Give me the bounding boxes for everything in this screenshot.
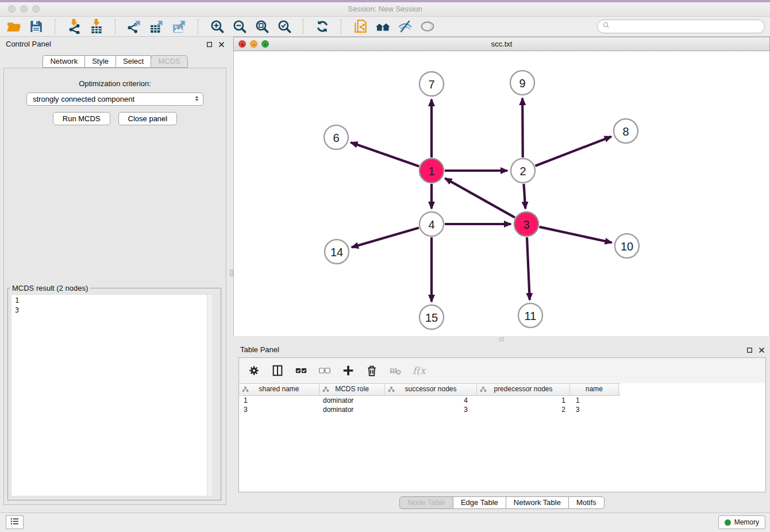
zoom-fit-icon[interactable]: [254, 19, 270, 34]
select-all-icon[interactable]: [294, 364, 308, 377]
network-maximize-button[interactable]: [261, 40, 269, 48]
network-canvas[interactable]: 7968124314101511: [233, 51, 770, 336]
network-table-divider[interactable]: [233, 336, 770, 342]
columns-icon[interactable]: [271, 364, 284, 377]
graph-edge-2-8[interactable]: [536, 137, 611, 166]
column-header-predecessor-nodes[interactable]: predecessor nodes: [477, 384, 570, 395]
graph-node-4[interactable]: 4: [419, 212, 444, 236]
deselect-all-icon[interactable]: [318, 364, 332, 377]
save-icon[interactable]: [28, 19, 44, 34]
double-home-icon[interactable]: [375, 19, 390, 34]
zoom-window-button[interactable]: [32, 5, 40, 13]
close-panel-button[interactable]: Close panel: [118, 112, 178, 125]
memory-label: Memory: [734, 518, 759, 526]
graph-node-6[interactable]: 6: [324, 125, 348, 149]
close-table-panel-icon[interactable]: [758, 346, 765, 353]
toolbar-separator: [341, 19, 341, 34]
svg-text:f(x): f(x): [413, 365, 426, 376]
zoom-selected-icon[interactable]: [276, 19, 292, 34]
graph-edge-3-1[interactable]: [445, 178, 515, 217]
float-table-panel-icon[interactable]: [746, 346, 753, 353]
svg-text:7: 7: [428, 78, 434, 91]
graph-node-15[interactable]: 15: [419, 305, 444, 329]
eye-icon[interactable]: [419, 19, 435, 34]
eye-slash-icon[interactable]: [397, 19, 413, 34]
graph-node-10[interactable]: 10: [615, 234, 639, 258]
graph-node-11[interactable]: 11: [518, 303, 542, 327]
table-row[interactable]: 1dominator411: [239, 396, 765, 405]
import-table-icon[interactable]: [88, 19, 104, 34]
graph-edge-2-9[interactable]: [522, 98, 523, 157]
table-header-row: shared nameMCDS rolesuccessor nodesprede…: [239, 383, 620, 396]
memory-button[interactable]: Memory: [718, 515, 765, 529]
tab-edge-table[interactable]: Edge Table: [453, 496, 506, 509]
graph-node-8[interactable]: 8: [614, 119, 638, 143]
svg-text:2: 2: [519, 165, 526, 178]
import-network-icon[interactable]: [66, 19, 82, 34]
table-row[interactable]: 3dominator323: [239, 405, 765, 414]
gear-icon[interactable]: [247, 364, 261, 377]
run-mcds-button[interactable]: Run MCDS: [53, 112, 110, 125]
graph-node-9[interactable]: 9: [510, 71, 534, 95]
table-tabs: Node TableEdge TableNetwork TableMotifs: [233, 496, 770, 509]
table-toolbar: f(x): [239, 358, 765, 383]
graph-edge-2-3[interactable]: [524, 184, 526, 209]
toolbar-separator: [115, 19, 116, 34]
close-panel-icon[interactable]: [218, 40, 225, 48]
svg-text:15: 15: [425, 311, 438, 324]
task-history-button[interactable]: [6, 515, 24, 529]
network-minimize-button[interactable]: [250, 40, 257, 48]
graph-edge-4-14[interactable]: [352, 228, 419, 247]
status-bar: Memory: [0, 512, 770, 532]
tab-network-table[interactable]: Network Table: [506, 496, 569, 509]
network-window-titlebar[interactable]: scc.txt: [233, 37, 770, 51]
tab-style[interactable]: Style: [84, 55, 116, 68]
column-header-name[interactable]: name: [570, 384, 619, 395]
open-folder-icon[interactable]: [6, 19, 21, 34]
export-image-icon[interactable]: [171, 19, 187, 34]
column-header-shared-name[interactable]: shared name: [239, 384, 319, 395]
export-network-icon[interactable]: [126, 19, 142, 34]
graph-edge-3-11[interactable]: [527, 237, 530, 300]
close-window-button[interactable]: [8, 5, 16, 13]
graph-node-14[interactable]: 14: [325, 240, 349, 264]
graph-node-7[interactable]: 7: [419, 72, 444, 96]
tab-mcds[interactable]: MCDS: [151, 55, 187, 68]
graph-node-2[interactable]: 2: [511, 159, 535, 183]
graph-edge-1-6[interactable]: [351, 142, 419, 167]
svg-text:11: 11: [525, 310, 537, 322]
new-network-doc-icon[interactable]: [352, 19, 368, 34]
delete-row-icon[interactable]: [365, 364, 379, 377]
cell-name: 3: [570, 405, 619, 414]
mcds-result-box[interactable]: 1 3: [11, 294, 213, 496]
minimize-window-button[interactable]: [20, 5, 28, 13]
control-panel-title: Control Panel: [6, 40, 51, 48]
network-close-button[interactable]: [238, 40, 246, 48]
export-table-icon[interactable]: [149, 19, 164, 34]
graph-node-1[interactable]: 1: [419, 159, 444, 183]
search-input[interactable]: [613, 22, 760, 32]
refresh-icon[interactable]: [314, 19, 330, 34]
column-header-successor-nodes[interactable]: successor nodes: [385, 384, 477, 395]
divider-grip[interactable]: [499, 337, 504, 341]
column-header-mcds-role[interactable]: MCDS role: [319, 384, 385, 395]
zoom-out-icon[interactable]: [232, 19, 247, 34]
tab-motifs[interactable]: Motifs: [568, 496, 605, 509]
add-row-icon[interactable]: [341, 364, 355, 377]
search-box[interactable]: [597, 20, 765, 33]
graph-edge-3-10[interactable]: [540, 227, 612, 242]
search-icon: [602, 21, 610, 32]
float-panel-icon[interactable]: [206, 40, 213, 48]
criterion-select[interactable]: strongly connected component: [26, 92, 203, 106]
svg-text:3: 3: [523, 218, 529, 231]
tab-node-table[interactable]: Node Table: [399, 496, 453, 509]
tab-select[interactable]: Select: [116, 55, 151, 68]
result-scrollbar[interactable]: [207, 295, 213, 496]
hierarchy-icon: [322, 386, 329, 393]
network-window-title: scc.txt: [234, 37, 769, 51]
zoom-in-icon[interactable]: [209, 19, 225, 34]
hierarchy-icon: [480, 386, 487, 393]
tab-network[interactable]: Network: [43, 55, 85, 68]
table-panel: Table Panel f(x) shared nameMCDS rolesuc…: [233, 342, 770, 513]
graph-node-3[interactable]: 3: [514, 212, 538, 236]
